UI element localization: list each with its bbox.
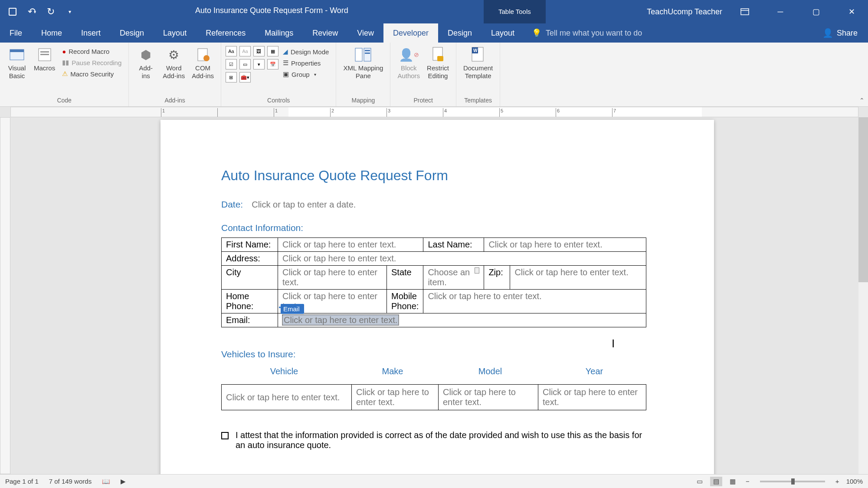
home-phone-field[interactable]: Click or tap here to enter text. Email (278, 290, 387, 313)
city-field[interactable]: Click or tap here to enter text. (278, 266, 387, 290)
share-button[interactable]: 👤 Share (812, 23, 868, 43)
ribbon-group-mapping: XML Mapping Pane Mapping (336, 43, 390, 106)
undo-button[interactable]: ↶▾ (24, 4, 39, 19)
table-row: City Click or tap here to enter text. St… (222, 266, 646, 290)
macros-button[interactable]: Macros (31, 44, 58, 74)
vertical-scrollbar[interactable] (858, 117, 868, 474)
table-row: Address: Click or tap here to enter text… (222, 252, 646, 266)
scrollbar-thumb[interactable] (858, 117, 868, 282)
year-field[interactable]: Click or tap here to enter text. (538, 385, 646, 410)
dropdown-control-button[interactable]: ▾ (253, 59, 265, 69)
checkbox-control-button[interactable]: ☑ (226, 59, 237, 69)
zoom-out-button[interactable]: − (743, 478, 752, 485)
email-field[interactable]: Click or tap here to enter text. (278, 313, 646, 327)
visual-basic-button[interactable]: Visual Basic (4, 44, 29, 82)
vehicle-header-make: Make (347, 366, 438, 376)
word-count[interactable]: 7 of 149 words (49, 478, 92, 485)
mobile-phone-label: Mobile Phone: (387, 290, 423, 313)
svg-point-8 (203, 55, 210, 61)
title-bar: ↶▾ ↻ ▾ Auto Insurance Quote Request Form… (0, 0, 868, 23)
properties-button[interactable]: ☰Properties (280, 58, 331, 68)
zip-field[interactable]: Click or tap here to enter text. (510, 266, 646, 290)
selected-placeholder: Click or tap here to enter text. (282, 315, 399, 325)
plain-text-control-button[interactable]: Aa (239, 46, 251, 56)
document-page[interactable]: Auto Insurance Quote Request Form Date: … (160, 120, 714, 474)
last-name-field[interactable]: Click or tap here to enter text. (484, 238, 646, 252)
zoom-slider[interactable] (760, 481, 825, 482)
close-button[interactable]: ✕ (839, 0, 865, 23)
picture-control-button[interactable]: 🖼 (253, 46, 265, 56)
block-authors-button[interactable]: 👤⊘ Block Authors (395, 44, 423, 82)
vehicle-field[interactable]: Click or tap here to enter text. (222, 385, 352, 410)
web-layout-button[interactable]: ▦ (727, 477, 739, 486)
save-button[interactable] (5, 4, 20, 19)
first-name-field[interactable]: Click or tap here to enter text. (278, 238, 423, 252)
state-dropdown[interactable]: Choose an item. (423, 266, 484, 290)
tab-developer[interactable]: Developer (383, 23, 438, 43)
horizontal-ruler[interactable]: 11234567 (10, 107, 858, 117)
tell-me-search[interactable]: 💡 Tell me what you want to do (524, 23, 812, 43)
address-field[interactable]: Click or tap here to enter text. (278, 252, 646, 266)
word-addins-button[interactable]: ⚙ Word Add-ins (160, 44, 187, 82)
redo-button[interactable]: ↻ (43, 4, 58, 19)
zoom-in-button[interactable]: + (833, 478, 842, 485)
spellcheck-icon[interactable]: 📖 (102, 478, 110, 485)
mobile-phone-field[interactable]: Click or tap here to enter text. (423, 290, 646, 313)
tab-home[interactable]: Home (32, 23, 72, 43)
restrict-editing-icon (429, 46, 447, 63)
combobox-control-button[interactable]: ▭ (239, 59, 251, 69)
tab-references[interactable]: References (196, 23, 255, 43)
group-label-controls: Controls (267, 95, 290, 106)
model-field[interactable]: Click or tap here to enter text. (439, 385, 538, 410)
svg-text:W: W (473, 48, 478, 53)
collapse-ribbon-button[interactable]: ⌃ (859, 97, 865, 104)
building-block-control-button[interactable]: ▦ (267, 46, 278, 56)
macro-status-icon[interactable]: ▶ (121, 478, 126, 485)
tab-insert[interactable]: Insert (72, 23, 110, 43)
rich-text-control-button[interactable]: Aa (226, 46, 237, 56)
read-mode-button[interactable]: ▭ (694, 477, 706, 486)
tab-file[interactable]: File (0, 23, 32, 43)
date-picker-control[interactable]: Click or tap to enter a date. (252, 200, 356, 210)
com-addins-button[interactable]: COM Add-ins (189, 44, 216, 82)
editor-area: 11234567 Auto Insurance Quote Request Fo… (0, 107, 868, 474)
contact-table: First Name: Click or tap here to enter t… (221, 237, 646, 327)
redo-icon: ↻ (47, 6, 55, 17)
design-mode-button[interactable]: ◢Design Mode (280, 47, 331, 56)
repeating-section-button[interactable]: ⊞ (226, 72, 237, 82)
zoom-slider-thumb[interactable] (791, 478, 795, 485)
qat-customize-button[interactable]: ▾ (62, 4, 77, 19)
warning-icon: ⚠ (62, 70, 68, 78)
document-heading: Auto Insurance Quote Request Form (221, 168, 653, 184)
record-macro-button[interactable]: ●Record Macro (59, 47, 124, 56)
attest-checkbox[interactable] (221, 432, 229, 439)
print-layout-button[interactable]: ▤ (710, 477, 722, 486)
tab-table-design[interactable]: Design (438, 23, 481, 43)
block-authors-icon: 👤⊘ (400, 46, 417, 63)
zoom-level[interactable]: 100% (846, 478, 863, 485)
group-button[interactable]: ▣Group▾ (280, 69, 331, 79)
tab-design[interactable]: Design (110, 23, 154, 43)
table-row: First Name: Click or tap here to enter t… (222, 238, 646, 252)
addins-button[interactable]: ⬢ Add- ins (133, 44, 158, 82)
make-field[interactable]: Click or tap here to enter text. (352, 385, 439, 410)
content-control-tag[interactable]: Email (281, 304, 304, 314)
document-template-button[interactable]: W Document Template (461, 44, 495, 82)
date-picker-control-button[interactable]: 📅 (267, 59, 278, 69)
minimize-button[interactable]: ─ (767, 0, 793, 23)
tab-table-layout[interactable]: Layout (481, 23, 524, 43)
page-indicator[interactable]: Page 1 of 1 (5, 478, 39, 485)
tab-layout[interactable]: Layout (154, 23, 196, 43)
tab-mailings[interactable]: Mailings (255, 23, 303, 43)
tab-review[interactable]: Review (303, 23, 347, 43)
pause-recording-button[interactable]: ▮▮Pause Recording (59, 58, 124, 67)
xml-mapping-button[interactable]: XML Mapping Pane (341, 44, 386, 82)
tab-view[interactable]: View (347, 23, 383, 43)
legacy-tools-button[interactable]: 🧰▾ (239, 72, 251, 82)
svg-rect-12 (365, 53, 370, 54)
ribbon-display-button[interactable] (732, 0, 758, 23)
vertical-ruler[interactable] (0, 117, 10, 474)
macro-security-button[interactable]: ⚠Macro Security (59, 69, 124, 79)
maximize-button[interactable]: ▢ (803, 0, 829, 23)
restrict-editing-button[interactable]: Restrict Editing (424, 44, 452, 82)
